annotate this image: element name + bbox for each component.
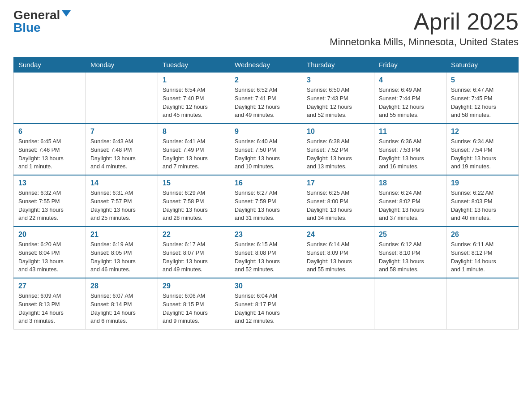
logo-triangle-icon (62, 10, 71, 17)
day-number: 11 (379, 128, 442, 136)
logo: General Blue (13, 9, 71, 34)
logo-general-text: General (13, 9, 60, 21)
day-number: 20 (18, 231, 81, 239)
day-info: Sunrise: 6:34 AM Sunset: 7:54 PM Dayligh… (451, 137, 514, 171)
calendar-cell: 11Sunrise: 6:36 AM Sunset: 7:53 PM Dayli… (374, 124, 446, 175)
day-number: 6 (18, 128, 81, 136)
day-of-week-tuesday: Tuesday (158, 57, 230, 73)
day-info: Sunrise: 6:09 AM Sunset: 8:13 PM Dayligh… (18, 292, 81, 325)
day-info: Sunrise: 6:43 AM Sunset: 7:48 PM Dayligh… (90, 137, 153, 171)
calendar-cell: 9Sunrise: 6:40 AM Sunset: 7:50 PM Daylig… (230, 124, 302, 175)
calendar-body: 1Sunrise: 6:54 AM Sunset: 7:40 PM Daylig… (14, 73, 519, 330)
day-number: 8 (163, 128, 225, 136)
day-info: Sunrise: 6:36 AM Sunset: 7:53 PM Dayligh… (379, 137, 442, 171)
calendar-cell: 12Sunrise: 6:34 AM Sunset: 7:54 PM Dayli… (446, 124, 519, 175)
calendar-cell (86, 73, 158, 124)
calendar-cell: 23Sunrise: 6:15 AM Sunset: 8:08 PM Dayli… (230, 227, 302, 278)
logo-blue-text: Blue (13, 21, 41, 34)
day-number: 24 (307, 231, 369, 239)
calendar-cell: 21Sunrise: 6:19 AM Sunset: 8:05 PM Dayli… (86, 227, 158, 278)
day-info: Sunrise: 6:17 AM Sunset: 8:07 PM Dayligh… (163, 240, 225, 274)
day-number: 21 (90, 231, 153, 239)
day-number: 13 (18, 179, 81, 187)
day-number: 9 (235, 128, 297, 136)
day-info: Sunrise: 6:06 AM Sunset: 8:15 PM Dayligh… (163, 292, 225, 325)
day-info: Sunrise: 6:19 AM Sunset: 8:05 PM Dayligh… (90, 240, 153, 274)
day-info: Sunrise: 6:29 AM Sunset: 7:58 PM Dayligh… (163, 189, 225, 223)
calendar-cell: 8Sunrise: 6:41 AM Sunset: 7:49 PM Daylig… (158, 124, 230, 175)
calendar-week-row: 6Sunrise: 6:45 AM Sunset: 7:46 PM Daylig… (14, 124, 519, 175)
day-info: Sunrise: 6:32 AM Sunset: 7:55 PM Dayligh… (18, 189, 81, 223)
calendar-cell: 28Sunrise: 6:07 AM Sunset: 8:14 PM Dayli… (86, 278, 158, 330)
day-number: 22 (163, 231, 225, 239)
day-info: Sunrise: 6:31 AM Sunset: 7:57 PM Dayligh… (90, 189, 153, 223)
day-info: Sunrise: 6:38 AM Sunset: 7:52 PM Dayligh… (307, 137, 369, 171)
day-number: 18 (379, 179, 442, 187)
day-info: Sunrise: 6:27 AM Sunset: 7:59 PM Dayligh… (235, 189, 297, 223)
calendar-cell: 6Sunrise: 6:45 AM Sunset: 7:46 PM Daylig… (14, 124, 86, 175)
calendar-cell: 27Sunrise: 6:09 AM Sunset: 8:13 PM Dayli… (14, 278, 86, 330)
day-of-week-wednesday: Wednesday (230, 57, 302, 73)
day-info: Sunrise: 6:07 AM Sunset: 8:14 PM Dayligh… (90, 292, 153, 325)
calendar-week-row: 27Sunrise: 6:09 AM Sunset: 8:13 PM Dayli… (14, 278, 519, 330)
day-number: 17 (307, 179, 369, 187)
calendar-cell (374, 278, 446, 330)
calendar-week-row: 20Sunrise: 6:20 AM Sunset: 8:04 PM Dayli… (14, 227, 519, 278)
day-info: Sunrise: 6:52 AM Sunset: 7:41 PM Dayligh… (235, 86, 297, 120)
day-number: 25 (379, 231, 442, 239)
day-number: 29 (163, 282, 225, 290)
day-of-week-friday: Friday (374, 57, 446, 73)
page-header: General Blue April 2025 Minnetonka Mills… (13, 9, 519, 48)
day-number: 15 (163, 179, 225, 187)
day-number: 12 (451, 128, 514, 136)
calendar-cell: 1Sunrise: 6:54 AM Sunset: 7:40 PM Daylig… (158, 73, 230, 124)
calendar-cell: 30Sunrise: 6:04 AM Sunset: 8:17 PM Dayli… (230, 278, 302, 330)
day-number: 26 (451, 231, 514, 239)
calendar-cell: 15Sunrise: 6:29 AM Sunset: 7:58 PM Dayli… (158, 175, 230, 227)
day-info: Sunrise: 6:04 AM Sunset: 8:17 PM Dayligh… (235, 292, 297, 325)
day-info: Sunrise: 6:20 AM Sunset: 8:04 PM Dayligh… (18, 240, 81, 274)
day-info: Sunrise: 6:47 AM Sunset: 7:45 PM Dayligh… (451, 86, 514, 120)
calendar-cell: 7Sunrise: 6:43 AM Sunset: 7:48 PM Daylig… (86, 124, 158, 175)
calendar-cell: 3Sunrise: 6:50 AM Sunset: 7:43 PM Daylig… (302, 73, 374, 124)
calendar-cell: 16Sunrise: 6:27 AM Sunset: 7:59 PM Dayli… (230, 175, 302, 227)
calendar-cell: 2Sunrise: 6:52 AM Sunset: 7:41 PM Daylig… (230, 73, 302, 124)
day-of-week-sunday: Sunday (14, 57, 86, 73)
day-info: Sunrise: 6:12 AM Sunset: 8:10 PM Dayligh… (379, 240, 442, 274)
day-number: 5 (451, 76, 514, 84)
calendar-cell: 13Sunrise: 6:32 AM Sunset: 7:55 PM Dayli… (14, 175, 86, 227)
calendar-cell: 17Sunrise: 6:25 AM Sunset: 8:00 PM Dayli… (302, 175, 374, 227)
day-number: 7 (90, 128, 153, 136)
day-info: Sunrise: 6:22 AM Sunset: 8:03 PM Dayligh… (451, 189, 514, 223)
day-info: Sunrise: 6:24 AM Sunset: 8:02 PM Dayligh… (379, 189, 442, 223)
day-number: 16 (235, 179, 297, 187)
day-info: Sunrise: 6:15 AM Sunset: 8:08 PM Dayligh… (235, 240, 297, 274)
calendar-cell (14, 73, 86, 124)
calendar-cell: 22Sunrise: 6:17 AM Sunset: 8:07 PM Dayli… (158, 227, 230, 278)
day-info: Sunrise: 6:11 AM Sunset: 8:12 PM Dayligh… (451, 240, 514, 274)
calendar-cell: 25Sunrise: 6:12 AM Sunset: 8:10 PM Dayli… (374, 227, 446, 278)
calendar-cell: 5Sunrise: 6:47 AM Sunset: 7:45 PM Daylig… (446, 73, 519, 124)
day-of-week-saturday: Saturday (446, 57, 519, 73)
calendar-cell (302, 278, 374, 330)
calendar-cell: 14Sunrise: 6:31 AM Sunset: 7:57 PM Dayli… (86, 175, 158, 227)
day-info: Sunrise: 6:14 AM Sunset: 8:09 PM Dayligh… (307, 240, 369, 274)
calendar-cell: 29Sunrise: 6:06 AM Sunset: 8:15 PM Dayli… (158, 278, 230, 330)
calendar-week-row: 1Sunrise: 6:54 AM Sunset: 7:40 PM Daylig… (14, 73, 519, 124)
day-number: 14 (90, 179, 153, 187)
day-number: 3 (307, 76, 369, 84)
day-info: Sunrise: 6:40 AM Sunset: 7:50 PM Dayligh… (235, 137, 297, 171)
calendar-table: SundayMondayTuesdayWednesdayThursdayFrid… (13, 57, 519, 330)
calendar-cell: 26Sunrise: 6:11 AM Sunset: 8:12 PM Dayli… (446, 227, 519, 278)
day-info: Sunrise: 6:49 AM Sunset: 7:44 PM Dayligh… (379, 86, 442, 120)
calendar-cell: 19Sunrise: 6:22 AM Sunset: 8:03 PM Dayli… (446, 175, 519, 227)
day-of-week-thursday: Thursday (302, 57, 374, 73)
calendar-cell: 10Sunrise: 6:38 AM Sunset: 7:52 PM Dayli… (302, 124, 374, 175)
calendar-cell (446, 278, 519, 330)
day-number: 19 (451, 179, 514, 187)
calendar-cell: 20Sunrise: 6:20 AM Sunset: 8:04 PM Dayli… (14, 227, 86, 278)
day-info: Sunrise: 6:50 AM Sunset: 7:43 PM Dayligh… (307, 86, 369, 120)
day-of-week-monday: Monday (86, 57, 158, 73)
day-info: Sunrise: 6:54 AM Sunset: 7:40 PM Dayligh… (163, 86, 225, 120)
calendar-cell: 18Sunrise: 6:24 AM Sunset: 8:02 PM Dayli… (374, 175, 446, 227)
